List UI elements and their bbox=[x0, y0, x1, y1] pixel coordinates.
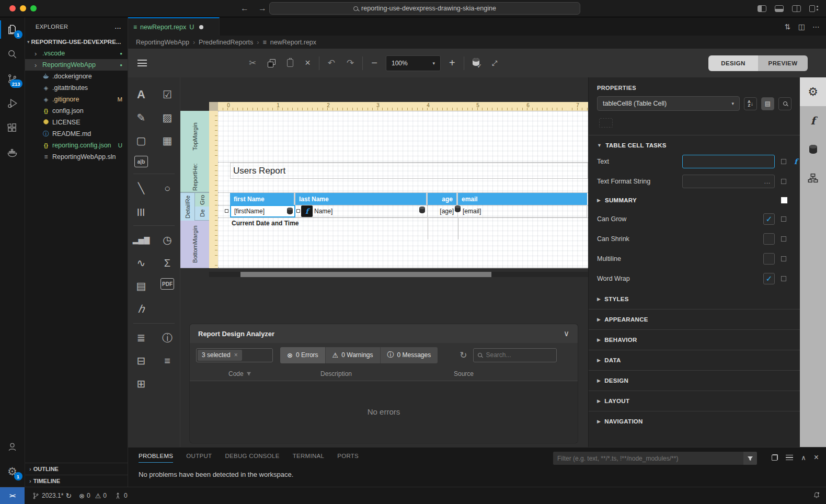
selection-handle[interactable] bbox=[296, 209, 300, 213]
header-cell-lastname[interactable]: last Name bbox=[295, 193, 428, 205]
data-binding-icon[interactable] bbox=[287, 208, 293, 214]
zoom-level-select[interactable]: 100% ▾ bbox=[386, 55, 441, 71]
can-grow-checkbox[interactable]: ✓ bbox=[763, 213, 775, 225]
property-marker-square[interactable] bbox=[781, 159, 786, 164]
text-property-input[interactable] bbox=[683, 158, 774, 166]
cut-icon[interactable]: ✂ bbox=[249, 58, 256, 68]
text-property-input-wrap[interactable] bbox=[682, 155, 775, 168]
pdf-content-tool[interactable]: PDF bbox=[160, 278, 174, 290]
data-binding-icon[interactable] bbox=[419, 207, 425, 213]
summary-section-row[interactable]: ▶ SUMMARY bbox=[589, 191, 800, 209]
selected-control-dropdown[interactable]: tableCell8 (Table Cell) ▾ bbox=[597, 96, 740, 111]
git-branch-item[interactable]: 2023.1* ↻ bbox=[32, 491, 72, 500]
sidebar-item-reportingwebapp[interactable]: › ReportingWebApp ● bbox=[25, 59, 128, 71]
messages-filter-button[interactable]: ⓘ 0 Messages bbox=[381, 347, 438, 363]
cross-band-line-tool[interactable]: ≡ bbox=[159, 353, 175, 369]
preview-tab[interactable]: PREVIEW bbox=[758, 55, 808, 71]
run-debug-icon[interactable] bbox=[0, 91, 25, 116]
sparkline-tool[interactable]: ∿ bbox=[133, 255, 149, 271]
expressions-tab-icon[interactable]: f bbox=[800, 106, 826, 135]
table-cell-age[interactable]: [age] bbox=[428, 205, 458, 217]
filter-funnel-icon[interactable] bbox=[743, 452, 757, 465]
workspace-root-row[interactable]: ▾ REPORTING-USE-DEVEXPRE... bbox=[25, 36, 128, 48]
table-cell-lastname[interactable]: f Name] bbox=[295, 205, 428, 217]
current-date-time-label[interactable]: Current Date and Time bbox=[232, 220, 299, 227]
redo-icon[interactable]: ↷ bbox=[347, 58, 354, 68]
section-styles[interactable]: ▶ STYLES bbox=[589, 289, 800, 309]
paste-icon[interactable] bbox=[287, 59, 293, 67]
sidebar-item-gitattributes[interactable]: ◈ .gitattributes bbox=[25, 82, 128, 94]
sidebar-item-license[interactable]: LICENSE bbox=[25, 117, 128, 128]
section-design[interactable]: ▶ DESIGN bbox=[589, 370, 800, 391]
sidebar-item-dockerignore[interactable]: .dockerignore bbox=[25, 71, 128, 82]
zoom-in-icon[interactable]: + bbox=[449, 57, 455, 69]
band-detail[interactable]: De bbox=[195, 207, 209, 221]
sidebar-item-config-json[interactable]: {} config.json bbox=[25, 105, 128, 117]
section-appearance[interactable]: ▶ APPEARANCE bbox=[589, 309, 800, 329]
tab-debug-console[interactable]: DEBUG CONSOLE bbox=[225, 453, 279, 463]
undo-icon[interactable]: ↶ bbox=[328, 58, 335, 68]
sidebar-item-gitignore[interactable]: ◈ .gitignore M bbox=[25, 94, 128, 105]
section-layout[interactable]: ▶ LAYOUT bbox=[589, 391, 800, 411]
analyzer-search-input[interactable] bbox=[486, 351, 543, 359]
column-source[interactable]: Source bbox=[454, 370, 578, 377]
close-panel-icon[interactable]: × bbox=[814, 453, 819, 462]
selection-handle[interactable] bbox=[225, 209, 228, 213]
maximize-window-button[interactable] bbox=[30, 5, 37, 12]
fullscreen-icon[interactable]: ⤢ bbox=[492, 59, 498, 67]
expression-f-icon[interactable]: f bbox=[794, 157, 797, 166]
copy-panel-icon[interactable] bbox=[772, 454, 778, 461]
header-cell-age[interactable]: age bbox=[428, 193, 458, 205]
summary-tool[interactable]: Σ bbox=[159, 255, 175, 271]
sidebar-item-vscode[interactable]: › .vscode ● bbox=[25, 48, 128, 59]
notifications-bell-icon[interactable] bbox=[812, 491, 821, 501]
multiline-checkbox[interactable]: ✓ bbox=[763, 253, 775, 265]
richtext-tool[interactable]: ✎ bbox=[133, 110, 149, 125]
horizontal-scrollbar[interactable] bbox=[209, 272, 588, 277]
split-editor-icon[interactable]: ◫ bbox=[798, 22, 805, 31]
customize-layout-icon[interactable] bbox=[809, 5, 819, 12]
shape-tool[interactable]: ○ bbox=[159, 180, 175, 196]
format-string-input[interactable] bbox=[683, 178, 774, 186]
column-code[interactable]: Code bbox=[228, 370, 244, 377]
section-behavior[interactable]: ▶ BEHAVIOR bbox=[589, 329, 800, 350]
forwarded-ports-item[interactable]: 0 bbox=[114, 492, 128, 500]
toggle-panel-icon[interactable] bbox=[775, 5, 784, 12]
report-title-label[interactable]: Users Report bbox=[230, 163, 588, 179]
property-marker-square[interactable] bbox=[781, 179, 786, 184]
tab-ports[interactable]: PORTS bbox=[337, 453, 359, 463]
cross-band-box-tool[interactable]: ⊞ bbox=[133, 376, 149, 392]
filter-funnel-icon[interactable] bbox=[246, 371, 251, 376]
report-structure-tab-icon[interactable] bbox=[800, 164, 826, 192]
band-bottom-margin[interactable]: BottomMargin bbox=[180, 221, 209, 268]
report-page[interactable]: Users Report first Name last Name age em… bbox=[218, 111, 588, 268]
property-marker-square[interactable] bbox=[781, 256, 786, 261]
character-comb-tool[interactable]: a|b bbox=[134, 156, 148, 167]
tab-output[interactable]: OUTPUT bbox=[186, 453, 212, 463]
zoom-out-icon[interactable]: − bbox=[371, 57, 377, 69]
band-top-margin[interactable]: TopMargin bbox=[180, 111, 209, 162]
group-properties-button[interactable]: ▤ bbox=[761, 97, 774, 110]
properties-tab-gear-icon[interactable]: ⚙ bbox=[800, 77, 826, 106]
history-forward-button[interactable]: → bbox=[258, 4, 267, 13]
manage-gear-icon[interactable]: ⚙ 1 bbox=[0, 459, 25, 484]
table-tool[interactable]: ▦ bbox=[159, 133, 175, 148]
property-marker-square[interactable] bbox=[781, 216, 786, 222]
problems-status-item[interactable]: ⊗ 0 ⚠ 0 bbox=[79, 492, 107, 500]
picturebox-tool[interactable]: ▨ bbox=[159, 110, 175, 125]
delete-icon[interactable]: × bbox=[305, 58, 311, 68]
page-document-info-tool[interactable]: ⓘ bbox=[159, 330, 175, 346]
table-cell-email[interactable]: [email] bbox=[458, 205, 587, 217]
validate-bindings-icon[interactable]: ✓ bbox=[473, 58, 479, 68]
header-cell-firstname[interactable]: first Name bbox=[230, 193, 295, 205]
extensions-icon[interactable] bbox=[0, 116, 25, 140]
sidebar-item-reporting-config-json[interactable]: {} reporting.config.json U bbox=[25, 140, 128, 151]
close-window-button[interactable] bbox=[9, 5, 16, 12]
analyzer-search-box[interactable] bbox=[473, 348, 557, 362]
table-cell-firstname[interactable]: [firstName] bbox=[230, 205, 295, 217]
can-shrink-checkbox[interactable]: ✓ bbox=[763, 233, 775, 245]
tab-problems[interactable]: PROBLEMS bbox=[139, 453, 173, 463]
editor-more-actions-icon[interactable]: ⋯ bbox=[812, 22, 820, 31]
band-group-header[interactable]: Gro bbox=[195, 193, 209, 207]
signature-tool[interactable]: ℎ bbox=[133, 301, 149, 317]
